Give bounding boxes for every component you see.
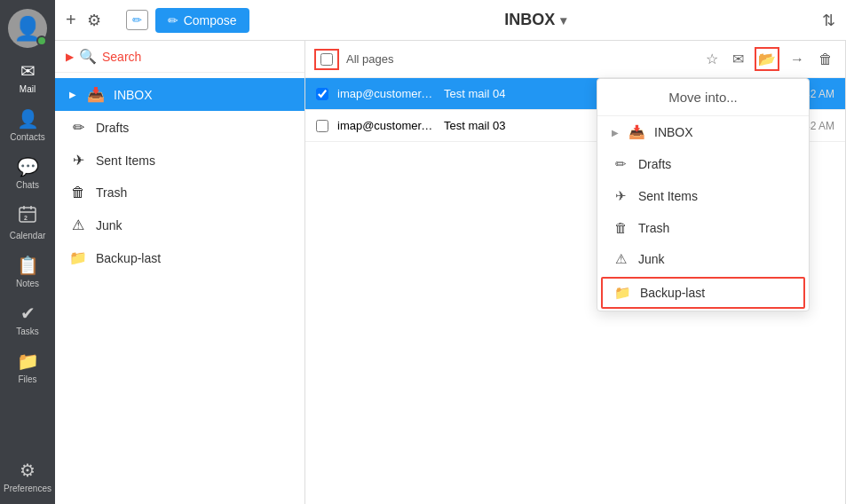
folder-expand-arrow: ▶ — [69, 90, 76, 99]
sent-folder-icon: ✈ — [69, 152, 87, 169]
content-row: ▶ 🔍 Search ▶ 📥 INBOX ✏ Drafts ✈ Sent Ite… — [55, 41, 846, 504]
drafts-folder-icon: ✏ — [69, 119, 87, 136]
tasks-icon: ✔ — [20, 303, 36, 324]
mail-icon: ✉ — [20, 60, 36, 82]
pencil-square-icon: ✏ — [132, 13, 142, 27]
move-trash-name: Trash — [638, 221, 669, 235]
mark-read-button[interactable]: ✉ — [729, 47, 747, 71]
folder-trash-name: Trash — [96, 185, 127, 200]
sidebar-item-files[interactable]: 📁 Files — [0, 343, 55, 391]
select-all-checkbox[interactable] — [320, 53, 333, 66]
folder-trash[interactable]: 🗑 Trash — [55, 177, 304, 209]
move-dropdown-title: Move into... — [597, 79, 809, 116]
folder-list: ▶ 📥 INBOX ✏ Drafts ✈ Sent Items 🗑 Trash — [55, 73, 304, 504]
topbar: + ⚙ ✏ ✏ Compose INBOX ▾ ⇅ — [55, 0, 846, 41]
sidebar: 👤 ✉ Mail 👤 Contacts 💬 Chats 2 Calendar 📋… — [0, 0, 55, 504]
sidebar-label-notes: Notes — [16, 279, 39, 288]
folder-drafts-name: Drafts — [96, 121, 129, 135]
inbox-title: INBOX ▾ — [504, 11, 566, 29]
add-button[interactable]: + — [66, 10, 76, 30]
folder-inbox[interactable]: ▶ 📥 INBOX — [55, 78, 304, 111]
sidebar-label-calendar: Calendar — [10, 231, 46, 240]
move-backup-icon: 📁 — [613, 285, 631, 301]
sidebar-item-preferences[interactable]: ⚙ Preferences — [0, 453, 55, 500]
email-checkbox-2[interactable] — [316, 120, 328, 132]
email-from-1: imap@customer.c... — [337, 87, 435, 100]
move-drafts-name: Drafts — [638, 157, 671, 171]
email-from-2: imap@customer.c... — [337, 119, 435, 132]
main-area: + ⚙ ✏ ✏ Compose INBOX ▾ ⇅ ▶ 🔍 Search — [55, 0, 846, 504]
sidebar-item-contacts[interactable]: 👤 Contacts — [0, 101, 55, 149]
sort-button[interactable]: ⇅ — [822, 11, 835, 30]
search-collapse-arrow[interactable]: ▶ — [66, 51, 74, 63]
sidebar-item-calendar[interactable]: 2 Calendar — [0, 197, 55, 248]
svg-rect-0 — [20, 208, 36, 222]
preferences-icon: ⚙ — [20, 460, 36, 481]
forward-button[interactable]: → — [787, 48, 808, 71]
move-folder-junk[interactable]: ⚠ Junk — [597, 243, 809, 275]
compose-icon-button[interactable]: ✏ — [126, 10, 148, 30]
chats-icon: 💬 — [17, 156, 39, 177]
move-junk-icon: ⚠ — [612, 251, 629, 267]
folder-inbox-name: INBOX — [114, 88, 153, 102]
folder-backup[interactable]: 📁 Backup-last — [55, 241, 304, 274]
move-inbox-icon: 📥 — [628, 124, 645, 140]
sidebar-item-mail[interactable]: ✉ Mail — [0, 53, 55, 101]
inbox-dropdown-arrow[interactable]: ▾ — [560, 13, 566, 28]
sidebar-label-mail: Mail — [20, 84, 36, 94]
move-into-dropdown: Move into... ▶ 📥 INBOX ✏ Drafts ✈ Sent I… — [597, 78, 810, 311]
settings-button[interactable]: ⚙ — [87, 11, 101, 30]
notes-icon: 📋 — [17, 255, 39, 276]
folder-junk[interactable]: ⚠ Junk — [55, 209, 304, 241]
folder-drafts[interactable]: ✏ Drafts — [55, 111, 304, 144]
sidebar-item-tasks[interactable]: ✔ Tasks — [0, 295, 55, 343]
sidebar-label-contacts: Contacts — [10, 132, 44, 142]
move-inbox-name: INBOX — [654, 125, 693, 139]
all-pages-label: All pages — [346, 52, 393, 66]
folder-junk-name: Junk — [96, 218, 123, 232]
move-folder-sent[interactable]: ✈ Sent Items — [597, 180, 809, 212]
calendar-icon: 2 — [18, 204, 37, 228]
move-drafts-icon: ✏ — [612, 156, 629, 172]
sidebar-item-notes[interactable]: 📋 Notes — [0, 248, 55, 295]
sidebar-label-preferences: Preferences — [4, 484, 51, 493]
move-folder-inbox[interactable]: ▶ 📥 INBOX — [597, 116, 809, 148]
left-panel: ▶ 🔍 Search ▶ 📥 INBOX ✏ Drafts ✈ Sent Ite… — [55, 41, 305, 504]
move-button[interactable]: 📂 — [755, 47, 779, 71]
backup-folder-icon: 📁 — [69, 249, 87, 266]
compose-pencil-icon: ✏ — [168, 13, 178, 28]
folder-sent[interactable]: ✈ Sent Items — [55, 144, 304, 177]
search-bar: ▶ 🔍 Search — [55, 41, 304, 73]
svg-text:2: 2 — [24, 215, 28, 221]
search-label[interactable]: Search — [102, 50, 141, 64]
compose-button[interactable]: ✏ Compose — [155, 8, 249, 33]
move-folder-backup[interactable]: 📁 Backup-last — [601, 277, 805, 309]
inbox-folder-icon: 📥 — [87, 86, 105, 103]
trash-folder-icon: 🗑 — [69, 185, 87, 201]
sidebar-label-files: Files — [18, 374, 36, 384]
contacts-icon: 👤 — [17, 108, 39, 130]
move-folder-trash[interactable]: 🗑 Trash — [597, 212, 809, 243]
search-icon: 🔍 — [79, 48, 97, 65]
move-backup-name: Backup-last — [640, 286, 705, 300]
folder-backup-name: Backup-last — [96, 251, 161, 265]
sidebar-label-chats: Chats — [16, 180, 39, 190]
move-trash-icon: 🗑 — [612, 220, 629, 235]
junk-folder-icon: ⚠ — [69, 217, 87, 233]
move-sent-name: Sent Items — [638, 189, 698, 203]
delete-button[interactable]: 🗑 — [815, 48, 836, 71]
star-button[interactable]: ☆ — [702, 47, 722, 71]
email-toolbar: All pages ☆ ✉ 📂 → 🗑 — [305, 41, 845, 78]
select-all-checkbox-wrap[interactable] — [314, 49, 339, 70]
move-inbox-arrow: ▶ — [612, 128, 619, 138]
compose-label: Compose — [184, 13, 237, 28]
folder-sent-name: Sent Items — [96, 154, 155, 168]
online-indicator — [36, 35, 47, 46]
files-icon: 📁 — [17, 350, 39, 372]
move-folder-drafts[interactable]: ✏ Drafts — [597, 148, 809, 180]
email-panel: All pages ☆ ✉ 📂 → 🗑 imap@customer.c... T… — [305, 41, 846, 504]
email-checkbox-1[interactable] — [316, 88, 328, 100]
move-sent-icon: ✈ — [612, 188, 629, 204]
sidebar-item-chats[interactable]: 💬 Chats — [0, 149, 55, 197]
move-junk-name: Junk — [638, 252, 665, 266]
